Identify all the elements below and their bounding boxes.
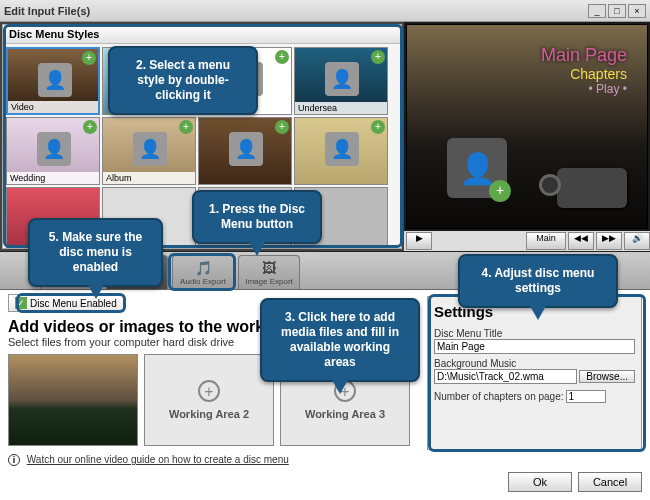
- preview-controls: ▶ Main ◀◀ ▶▶ 🔊: [404, 231, 650, 251]
- preview-play: • Play •: [541, 82, 627, 96]
- check-icon: ✓: [15, 297, 27, 309]
- working-area-2[interactable]: + Working Area 2: [144, 354, 274, 446]
- style-item[interactable]: 👤+: [294, 117, 388, 185]
- styles-grid: 👤+ Video 👤+ 👤+ 👤+ Undersea 👤+ Wedding 👤+…: [3, 44, 401, 248]
- settings-pane: Settings Disc Menu Title Background Musi…: [427, 296, 642, 450]
- tab-chapters[interactable]: 🎞Chapters: [40, 255, 102, 289]
- disc-menu-enabled-toggle[interactable]: ✓ Disc Menu Enabled: [8, 294, 124, 312]
- title-label: Disc Menu Title: [434, 328, 635, 339]
- image-icon: 🖼: [262, 260, 276, 276]
- area-label: Working Area 2: [169, 408, 249, 420]
- minimize-button[interactable]: _: [588, 4, 606, 18]
- style-item[interactable]: 👤+: [198, 117, 292, 185]
- style-item[interactable]: 👤+: [198, 47, 292, 115]
- preview-mainpage: Main Page: [541, 45, 627, 66]
- ok-button[interactable]: Ok: [508, 472, 572, 492]
- prev-button[interactable]: ◀◀: [568, 232, 594, 250]
- tab-image-export[interactable]: 🖼Image Export: [238, 255, 300, 289]
- style-item[interactable]: [6, 187, 100, 248]
- settings-heading: Settings: [434, 303, 635, 320]
- bg-music-input[interactable]: [434, 369, 577, 384]
- working-area-1[interactable]: [8, 354, 138, 446]
- style-caption: Album: [103, 172, 195, 184]
- style-item-album[interactable]: 👤+ Album: [102, 117, 196, 185]
- bg-label: Background Music: [434, 358, 635, 369]
- style-item[interactable]: [198, 187, 292, 248]
- style-item[interactable]: 👤+: [102, 47, 196, 115]
- style-item-video[interactable]: 👤+ Video: [6, 47, 100, 115]
- disc-menu-title-input[interactable]: [434, 339, 635, 354]
- menu-dropdown[interactable]: Main: [526, 232, 566, 250]
- titlebar: Edit Input File(s) _ □ ×: [0, 0, 650, 22]
- area-thumbnail: [9, 355, 137, 445]
- cancel-button[interactable]: Cancel: [578, 472, 642, 492]
- camcorder-icon: [557, 168, 627, 208]
- preview-pane: Main Page Chapters • Play • 👤+ ▶ Main ◀◀…: [404, 22, 650, 251]
- upper-pane: Disc Menu Styles 👤+ Video 👤+ 👤+ 👤+ Under…: [0, 22, 650, 252]
- sound-button[interactable]: 🔊: [624, 232, 650, 250]
- avatar-placeholder: 👤+: [447, 138, 507, 198]
- browse-button[interactable]: Browse...: [579, 370, 635, 383]
- working-area-3[interactable]: + Working Area 3: [280, 354, 410, 446]
- guide-link[interactable]: Watch our online video guide on how to c…: [27, 454, 289, 465]
- disc-menu-styles-pane: Disc Menu Styles 👤+ Video 👤+ 👤+ 👤+ Under…: [2, 24, 402, 249]
- style-caption: Video: [8, 101, 98, 113]
- add-icon: +: [334, 380, 356, 402]
- plus-icon: +: [489, 180, 511, 202]
- footer-buttons: Ok Cancel: [508, 472, 642, 492]
- chapters-spinner[interactable]: [566, 390, 606, 403]
- style-caption: Wedding: [7, 172, 99, 184]
- preview-chapters: Chapters: [541, 66, 627, 82]
- style-item-wedding[interactable]: 👤+ Wedding: [6, 117, 100, 185]
- next-button[interactable]: ▶▶: [596, 232, 622, 250]
- styles-header: Disc Menu Styles: [3, 25, 401, 44]
- style-item[interactable]: [294, 187, 388, 248]
- preview-viewport: Main Page Chapters • Play • 👤+: [406, 24, 648, 229]
- dme-label: Disc Menu Enabled: [30, 298, 117, 309]
- preview-text: Main Page Chapters • Play •: [541, 45, 627, 96]
- tab-disc-menu[interactable]: 💿Disc Menu: [106, 255, 168, 289]
- plus-icon: +: [82, 51, 96, 65]
- play-button[interactable]: ▶: [406, 232, 432, 250]
- info-icon: i: [8, 454, 20, 466]
- disc-icon: 💿: [129, 260, 146, 276]
- audio-icon: 🎵: [195, 260, 212, 276]
- guide-line: i Watch our online video guide on how to…: [8, 454, 642, 466]
- area-label: Working Area 3: [305, 408, 385, 420]
- maximize-button[interactable]: □: [608, 4, 626, 18]
- window-title: Edit Input File(s): [4, 5, 586, 17]
- close-button[interactable]: ×: [628, 4, 646, 18]
- tab-bar: 🎞Chapters 💿Disc Menu 🎵Audio Export 🖼Imag…: [0, 252, 650, 290]
- chapters-label: Number of chapters on page:: [434, 391, 564, 402]
- style-item-undersea[interactable]: 👤+ Undersea: [294, 47, 388, 115]
- tab-audio-export[interactable]: 🎵Audio Export: [172, 255, 234, 289]
- style-caption: Undersea: [295, 102, 387, 114]
- chapters-icon: 🎞: [64, 260, 78, 276]
- add-icon: +: [198, 380, 220, 402]
- style-item[interactable]: [102, 187, 196, 248]
